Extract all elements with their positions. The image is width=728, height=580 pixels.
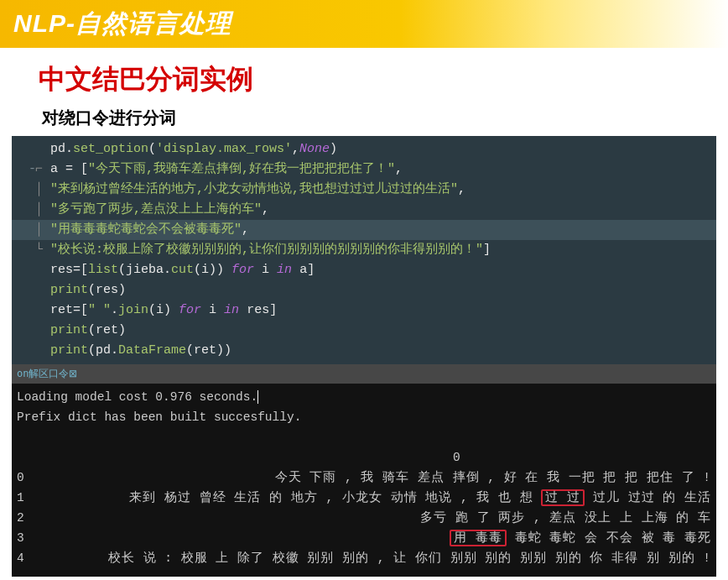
dataframe-row: 4 校长 说 : 校服 上 除了 校徽 别别 别的 , 让 你们 别别 别的 别… xyxy=(17,548,711,568)
cursor-icon xyxy=(257,390,258,404)
code-line-2: a = ["今天下雨,我骑车差点摔倒,好在我一把把把把住了！", xyxy=(49,159,413,180)
console-line: Prefix dict has been built succesfully. xyxy=(17,407,711,427)
code-line-9: ret=[" ".join(i) for i in res] xyxy=(49,300,287,321)
section-subtitle: 对绕口令进行分词 xyxy=(42,107,728,129)
code-line-4: "多亏跑了两步,差点没上上上海的车", xyxy=(49,200,279,220)
dataframe-header: 0 xyxy=(17,447,711,468)
dataframe-row: 3 用 毒毒 毒蛇 毒蛇 会 不会 被 毒 毒死 xyxy=(17,528,711,548)
code-line-11: print(pd.DataFrame(ret)) xyxy=(49,341,242,361)
dataframe-row: 0 今天 下雨 , 我 骑车 差点 摔倒 , 好 在 我 一把 把 把 把住 了… xyxy=(17,468,711,488)
code-line-6: "校长说:校服上除了校徽别别别的,让你们别别别的别别别的你非得别别的！"] xyxy=(49,240,501,260)
code-line-10: print(ret) xyxy=(49,321,136,341)
dataframe-row: 1 来到 杨过 曾经 生活 的 地方 , 小龙女 动情 地说 , 我 也 想 过… xyxy=(17,488,711,508)
header-banner: NLP-自然语言处理 xyxy=(0,0,728,48)
code-editor-wrap: pd.set_option('display.max_rows',None) -… xyxy=(12,136,716,577)
code-line-5: "用毒毒毒蛇毒蛇会不会被毒毒死", xyxy=(49,220,259,240)
close-icon[interactable]: ⊠ xyxy=(69,368,77,379)
code-line-1: pd.set_option('display.max_rows',None) xyxy=(49,139,347,159)
console-tab-bar: on解区口令⊠ xyxy=(12,364,716,384)
highlight-box: 过 过 xyxy=(541,489,585,506)
console-line: Loading model cost 0.976 seconds. xyxy=(17,387,711,407)
tab-label[interactable]: on解区口令⊠ xyxy=(17,368,79,379)
code-editor: pd.set_option('display.max_rows',None) -… xyxy=(12,136,716,364)
section-title: 中文结巴分词实例 xyxy=(39,61,728,98)
banner-title: NLP-自然语言处理 xyxy=(13,7,715,41)
console-output: Loading model cost 0.976 seconds. Prefix… xyxy=(12,384,716,577)
code-line-8: print(res) xyxy=(49,280,136,300)
dataframe-row: 2 多亏 跑 了 两步 , 差点 没上 上 上海 的 车 xyxy=(17,508,711,528)
highlight-box: 用 毒毒 xyxy=(450,530,507,546)
code-line-3: "来到杨过曾经生活的地方,小龙女动情地说,我也想过过过儿过过的生活", xyxy=(49,180,476,200)
code-line-7: res=[list(jieba.cut(i)) for i in a] xyxy=(49,260,325,280)
